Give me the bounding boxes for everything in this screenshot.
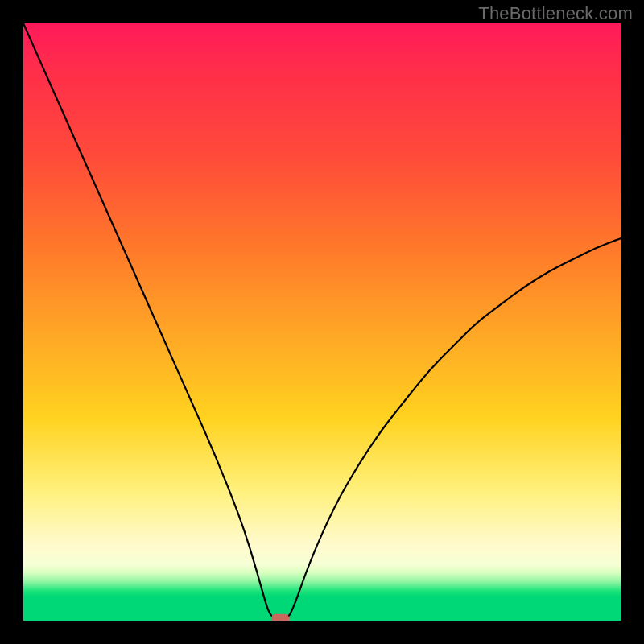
attribution-label: TheBottleneck.com <box>478 3 633 24</box>
optimal-point-marker <box>271 614 289 621</box>
curve-layer <box>23 23 621 621</box>
chart-frame: TheBottleneck.com <box>0 0 644 644</box>
plot-area <box>23 23 621 621</box>
bottleneck-curve <box>23 23 621 619</box>
